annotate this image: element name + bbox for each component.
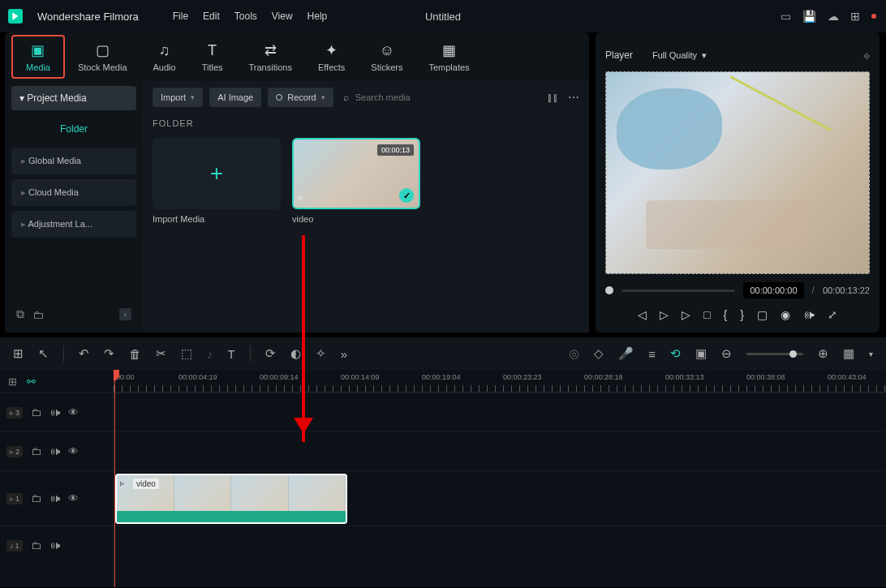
tab-audio[interactable]: ♫Audio: [140, 37, 189, 77]
redo-icon[interactable]: ↷: [104, 346, 114, 361]
more-tools-icon[interactable]: »: [341, 347, 347, 361]
tab-stock-media[interactable]: ▢Stock Media: [65, 36, 140, 77]
video-track-3-header[interactable]: ▹3🗀🕪👁: [0, 393, 113, 431]
color-icon[interactable]: ◐: [290, 346, 301, 361]
stop-icon[interactable]: □: [703, 308, 710, 321]
audio-track-1-lane[interactable]: [114, 526, 886, 564]
video-track-1-header[interactable]: ▹1🗀🕪👁: [0, 470, 113, 526]
import-media-card[interactable]: + Import Media: [153, 138, 281, 224]
record-dropdown[interactable]: Record▾: [268, 88, 333, 107]
view-mode-icon[interactable]: ▦: [843, 346, 854, 361]
play-icon[interactable]: ▷: [660, 308, 669, 321]
apps-icon[interactable]: ⊞: [850, 10, 860, 23]
preview-viewport[interactable]: [605, 71, 870, 274]
sparkle-icon[interactable]: ✧: [316, 346, 326, 361]
volume-icon[interactable]: 🕪: [803, 308, 815, 321]
marker-icon[interactable]: ◇: [594, 346, 604, 361]
video-track-1-lane[interactable]: ▹ video: [114, 470, 886, 526]
mute-icon[interactable]: 🕪: [49, 445, 60, 457]
audio-track-1-header[interactable]: ♪1🗀🕪: [0, 526, 113, 564]
frame-icon[interactable]: ▣: [695, 346, 707, 361]
video-thumbnail-card[interactable]: 00:00:13 ▹ ✓ video: [292, 138, 420, 224]
zoom-slider[interactable]: [746, 353, 803, 355]
lock-icon[interactable]: 🗀: [31, 539, 41, 552]
timeline-tracks[interactable]: 00:00 00:00:04:19 00:00:09:14 00:00:14:0…: [114, 370, 886, 587]
sidebar-item-global-media[interactable]: Global Media: [11, 148, 136, 174]
device-icon[interactable]: ▭: [781, 10, 791, 23]
project-media-dropdown[interactable]: Project Media: [11, 86, 136, 110]
cut-icon[interactable]: ✂: [156, 346, 166, 361]
menu-tools[interactable]: Tools: [234, 11, 257, 22]
media-icon: ▣: [31, 41, 45, 59]
playback-controls: ◁ ▷ ▷ □ { } ▢ ◉ 🕪 ⤢: [605, 303, 870, 326]
tab-effects[interactable]: ✦Effects: [305, 36, 358, 77]
pointer-icon[interactable]: ↖: [38, 346, 49, 361]
bracket-out-icon[interactable]: }: [740, 308, 744, 321]
mute-icon[interactable]: 🕪: [49, 406, 60, 418]
layout-icon[interactable]: ⊞: [13, 346, 24, 361]
tab-templates[interactable]: ▦Templates: [415, 36, 482, 77]
filter-icon[interactable]: ⫿⫿: [547, 91, 558, 104]
display-icon[interactable]: ▢: [757, 308, 768, 321]
target-icon[interactable]: ◎: [569, 346, 579, 361]
timeline-clip[interactable]: ▹ video: [115, 474, 347, 524]
snapshot-icon[interactable]: ⟐: [863, 49, 870, 62]
mute-icon[interactable]: 🕪: [49, 492, 60, 504]
save-icon[interactable]: 💾: [802, 10, 816, 23]
new-folder-icon[interactable]: ⧉: [16, 307, 24, 321]
sidebar-item-cloud-media[interactable]: Cloud Media: [11, 179, 136, 206]
play-forward-icon[interactable]: ▷: [682, 308, 690, 321]
menu-edit[interactable]: Edit: [203, 11, 220, 22]
music-icon[interactable]: ♪: [207, 347, 213, 361]
cloud-icon[interactable]: ☁: [828, 10, 839, 23]
video-track-3-lane[interactable]: [114, 393, 886, 431]
mixer-icon[interactable]: ≡: [648, 347, 656, 361]
playhead[interactable]: [114, 370, 115, 587]
menu-file[interactable]: File: [173, 11, 188, 22]
delete-icon[interactable]: 🗑: [129, 347, 141, 361]
lock-icon[interactable]: 🗀: [31, 445, 41, 457]
folder-icon[interactable]: 🗀: [32, 308, 44, 321]
timeline-grid-icon[interactable]: ⊞: [8, 376, 17, 388]
folder-label[interactable]: Folder: [11, 115, 136, 143]
scrub-track[interactable]: [621, 290, 735, 292]
quality-dropdown[interactable]: Full Quality▾: [652, 50, 707, 61]
speed-icon[interactable]: ⟳: [265, 346, 276, 361]
collapse-sidebar-icon[interactable]: ‹: [119, 308, 131, 320]
zoom-out-icon[interactable]: ⊖: [721, 346, 732, 361]
eye-icon[interactable]: 👁: [68, 492, 79, 504]
eye-icon[interactable]: 👁: [68, 445, 79, 457]
undo-icon[interactable]: ↶: [79, 346, 89, 361]
prev-frame-icon[interactable]: ◁: [638, 308, 647, 321]
lock-icon[interactable]: 🗀: [31, 492, 41, 504]
bracket-in-icon[interactable]: {: [724, 308, 728, 321]
tab-titles[interactable]: TTitles: [189, 37, 236, 77]
menu-help[interactable]: Help: [308, 11, 328, 22]
mic-icon[interactable]: 🎤: [618, 346, 634, 361]
more-icon[interactable]: ⋯: [568, 91, 579, 104]
video-track-2-header[interactable]: ▹2🗀🕪👁: [0, 431, 113, 470]
time-ruler[interactable]: 00:00 00:00:04:19 00:00:09:14 00:00:14:0…: [114, 370, 886, 393]
link-icon[interactable]: ⚯: [27, 376, 36, 388]
text-icon[interactable]: T: [228, 347, 235, 361]
eye-icon[interactable]: 👁: [68, 406, 79, 418]
tab-stickers[interactable]: ☺Stickers: [358, 37, 415, 77]
render-icon[interactable]: ⟲: [670, 346, 681, 361]
import-dropdown[interactable]: Import▾: [153, 88, 203, 107]
menu-view[interactable]: View: [272, 11, 293, 22]
annotation-arrow-icon: [302, 235, 305, 442]
fullscreen-icon[interactable]: ⤢: [828, 308, 837, 321]
crop-icon[interactable]: ⬚: [181, 346, 192, 361]
video-track-2-lane[interactable]: [114, 431, 886, 470]
scrub-handle[interactable]: [605, 286, 613, 294]
tab-media[interactable]: ▣Media: [11, 35, 65, 79]
mute-icon[interactable]: 🕪: [49, 539, 60, 552]
search-input[interactable]: [355, 92, 540, 102]
camera-icon[interactable]: ◉: [781, 308, 790, 321]
caret-down-icon[interactable]: ▾: [869, 350, 873, 358]
zoom-in-icon[interactable]: ⊕: [818, 346, 828, 361]
ai-image-button[interactable]: AI Image: [209, 88, 261, 107]
lock-icon[interactable]: 🗀: [31, 406, 41, 418]
tab-transitions[interactable]: ⇄Transitions: [236, 36, 305, 77]
sidebar-item-adjustment-layer[interactable]: Adjustment La...: [11, 211, 136, 238]
